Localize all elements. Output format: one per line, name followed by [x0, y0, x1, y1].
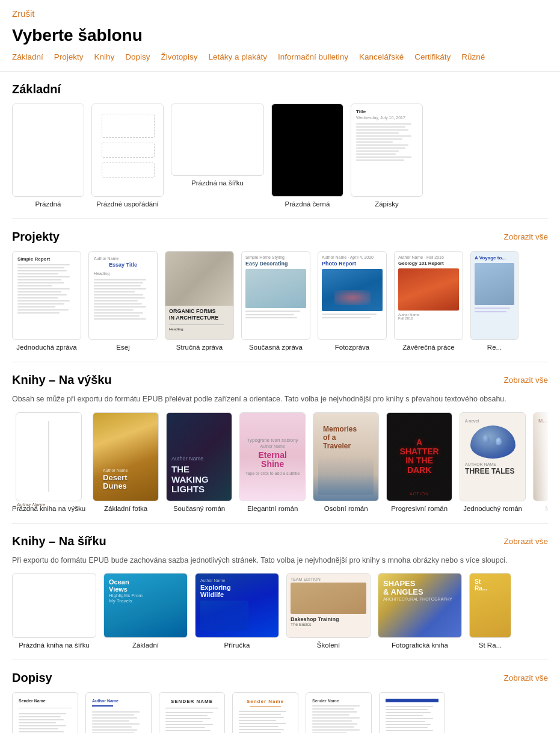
template-blank-black[interactable]: Prázdná černá: [271, 104, 343, 208]
cancel-button[interactable]: Zrušit: [12, 8, 35, 19]
template-label: St Ra...: [479, 642, 502, 649]
tab-resumes[interactable]: Životopisy: [161, 51, 198, 63]
page-title: Vyberte šablonu: [0, 22, 560, 51]
section-projects: Projekty Zobrazit vše Simple Report: [12, 219, 548, 362]
books-portrait-row: Prázdná kniha na výšku Author Name Deser…: [12, 412, 548, 517]
template-simple-novel[interactable]: A novel AUTHOR NAME THREE TALES Jednoduc…: [460, 412, 526, 512]
nav-tabs: Základní Projekty Knihy Dopisy Životopis…: [0, 51, 560, 72]
section-books-landscape: Knihy – Na šířku Zobrazit vše Při export…: [12, 524, 548, 660]
template-label: Jednoduchý román: [463, 505, 522, 512]
template-label: Prázdná: [35, 200, 61, 208]
tab-certificates[interactable]: Certifikáty: [414, 51, 451, 63]
books-landscape-subtitle: Při exportu do formátu EPUB bude zachová…: [12, 555, 548, 566]
template-notes[interactable]: Title Wednesday, July 10, 2017: [351, 104, 423, 208]
section-basic: Základní Prázdná Prázdné uspořá: [12, 72, 548, 218]
tab-misc[interactable]: Různé: [461, 51, 485, 63]
tab-books[interactable]: Knihy: [94, 51, 115, 63]
template-basic-landscape[interactable]: OceanViews Highlights FromMy Travels Zák…: [103, 573, 188, 649]
template-label: Fotozpráva: [335, 344, 370, 351]
template-label: Zápisky: [375, 200, 399, 208]
template-label: Příručka: [224, 642, 250, 649]
template-letter-2[interactable]: Author Name: [85, 692, 152, 733]
letters-show-all[interactable]: Zobrazit vše: [503, 673, 548, 682]
template-label: Progresivní román: [391, 505, 448, 512]
template-st-ra[interactable]: StRa... St Ra...: [469, 573, 511, 649]
template-label: Jednoduchá zpráva: [16, 344, 76, 351]
template-voyage[interactable]: A Voyage to... Re...: [470, 251, 518, 351]
letters-section-title: Dopisy: [12, 671, 52, 685]
tab-office[interactable]: Kancelářské: [359, 51, 404, 63]
template-personal-novel[interactable]: Memoriesof aTraveler Author Name Osobní …: [313, 412, 379, 512]
template-letter-4[interactable]: Sender Name: [232, 692, 298, 733]
template-brief-report[interactable]: ORGANIC FORMSIN ARCHITECTURE Heading Str…: [165, 251, 234, 351]
template-letter-1[interactable]: Sender Name: [12, 692, 78, 733]
tab-flyers[interactable]: Letáky a plakáty: [208, 51, 267, 63]
template-blank[interactable]: Prázdná: [12, 104, 84, 208]
template-m-partial[interactable]: M... M...: [533, 412, 548, 512]
template-label: Elegantní román: [247, 505, 298, 512]
template-progressive-novel[interactable]: ASHATTERIN THEDARK ACTION Progresivní ro…: [386, 412, 452, 512]
template-letter-3[interactable]: SENDER NAME: [159, 692, 225, 733]
template-guide[interactable]: Author Name ExploringWildlife Příručka: [195, 573, 279, 649]
template-blank-arrangement[interactable]: Prázdné uspořádání: [91, 104, 164, 208]
template-blank-book-landscape[interactable]: Prázdná kniha na šířku: [12, 573, 96, 649]
basic-templates-row: Prázdná Prázdné uspořádání Prázdná na ší…: [12, 104, 548, 212]
template-blank-landscape[interactable]: Prázdná na šířku: [171, 104, 264, 208]
projects-show-all[interactable]: Zobrazit vše: [503, 232, 548, 241]
template-label: Současná zpráva: [249, 344, 303, 351]
projects-templates-row: Simple Report: [12, 251, 548, 356]
template-final-work[interactable]: Author Name · Fall 2016 Geology 101 Repo…: [394, 251, 463, 351]
template-label: Současný román: [173, 505, 225, 512]
tab-newsletters[interactable]: Informační bulletiny: [278, 51, 348, 63]
section-letters: Dopisy Zobrazit vše Sender Name: [12, 660, 548, 733]
template-photo-report[interactable]: Author Name · April 4, 2020 Photo Report…: [318, 251, 387, 351]
basic-section-title: Základní: [12, 82, 61, 96]
template-label: Esej: [116, 344, 129, 351]
template-label: Re...: [487, 344, 502, 351]
books-landscape-show-all[interactable]: Zobrazit vše: [503, 537, 548, 546]
template-contemporary-report[interactable]: Simple Home Styling Easy Decorating Souč…: [241, 251, 310, 351]
template-label: Stručná zpráva: [176, 344, 223, 351]
books-portrait-title: Knihy – Na výšku: [12, 373, 112, 387]
template-label: Prázdné uspořádání: [96, 200, 159, 208]
template-label: Fotografická kniha: [392, 642, 448, 649]
template-label: Závěrečná práce: [402, 344, 454, 351]
tab-letters[interactable]: Dopisy: [125, 51, 150, 63]
books-landscape-title: Knihy – Na šířku: [12, 534, 106, 548]
template-training[interactable]: TEAM EDITION Bakeshop Training The Basic…: [286, 573, 371, 649]
template-letter-5[interactable]: Sender Name: [306, 692, 372, 733]
books-portrait-subtitle: Obsah se může při exportu do formátu EPU…: [12, 394, 548, 405]
template-label: Osobní román: [324, 505, 368, 512]
letters-templates-row: Sender Name Author Na: [12, 692, 548, 733]
template-label: Prázdná černá: [285, 200, 330, 208]
template-basic-photo[interactable]: Author Name Desert Dunes Základní fotka: [93, 412, 159, 512]
template-label: Základní: [132, 642, 159, 649]
section-books-portrait: Knihy – Na výšku Zobrazit vše Obsah se m…: [12, 362, 548, 523]
projects-section-title: Projekty: [12, 230, 60, 244]
template-simple-report[interactable]: Simple Report: [12, 251, 81, 351]
template-blank-book-portrait[interactable]: Prázdná kniha na výšku: [12, 412, 85, 512]
template-elegant-novel[interactable]: Typografie tváří šablony Author Name Ete…: [239, 412, 306, 512]
template-label: M...: [546, 505, 548, 512]
template-essay[interactable]: Author Name Essay Title Heading: [88, 251, 158, 351]
template-letter-6[interactable]: [379, 692, 445, 733]
template-contemporary-novel[interactable]: Author Name THEWAKINGLIGHTS Současný rom…: [166, 412, 232, 512]
template-photo-book[interactable]: SHAPES& ANGLES ARCHITECTURAL PHOTOGRAPHY…: [378, 573, 462, 649]
books-portrait-show-all[interactable]: Zobrazit vše: [503, 376, 548, 385]
template-label: Školení: [317, 642, 340, 649]
tab-basic[interactable]: Základní: [12, 51, 43, 63]
tab-projects[interactable]: Projekty: [54, 51, 84, 63]
template-label: Základní fotka: [104, 505, 147, 512]
books-landscape-row: Prázdná kniha na šířku OceanViews Highli…: [12, 573, 548, 654]
template-label: Prázdná kniha na šířku: [19, 642, 90, 649]
template-label: Prázdná na šířku: [191, 179, 244, 187]
